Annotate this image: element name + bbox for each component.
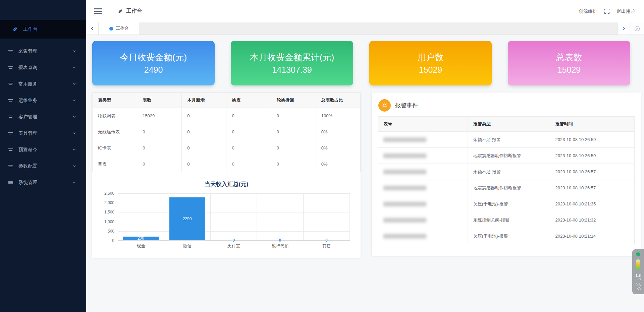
meter-type-table: 表类型表数本月新增换表轮换拆回总表数占比 物联网表 15029 0 0 0 10… [92,92,361,172]
sidebar-menu-item[interactable]: 运维业务 [0,92,86,109]
menu-lines-icon [8,82,13,86]
meter-table-header-row: 表类型表数本月新增换表轮换拆回总表数占比 [93,93,361,108]
alarm-table-row: 地震震感器动作切断报警 2023-10-08 10:26:57 [378,180,635,196]
y-axis-tick: 2,500 [96,191,114,196]
fullscreen-icon[interactable] [604,8,610,14]
bar-slot: 0 [304,193,350,240]
sidebar-menu-item[interactable]: 系统管理 [0,174,86,191]
sidebar-item-label: 工作台 [23,26,38,33]
chevron-down-icon [72,131,76,135]
percent-cell: 0% [316,124,360,140]
sidebar-menu-item[interactable]: 参数配置 [0,158,86,174]
logout-button[interactable]: 退出用户 [616,8,635,14]
meter-table-header-cell: 轮换拆回 [271,93,316,108]
menu-lines-icon [8,148,13,151]
page-title: 工作台 [118,8,142,15]
meter-table-row: 普表 0 0 0 0 0% [93,156,361,172]
alarm-table-row: 余额不足-报警 2023-10-08 10:26:57 [378,164,635,180]
sidebar-item-label: 参数配置 [18,163,72,169]
close-tabs-icon[interactable] [630,22,644,35]
hamburger-menu-icon[interactable] [94,8,102,14]
upload-speed-value: 1.8 [636,273,641,277]
stat-card[interactable]: 今日收费金额(元) 2490 [92,41,215,85]
sidebar-menu-item[interactable]: 客户管理 [0,109,86,125]
sidebar-menu-item[interactable]: 表具管理 [0,125,86,141]
alarm-siren-icon [378,99,391,112]
upload-speed-unit: ↑K/s [635,277,641,281]
menu-lines-icon [8,181,13,184]
x-axis-label: 微信 [164,243,210,249]
meter-table-row: 无线远传表 0 0 0 0 0% [93,124,361,140]
meter-number-cell [378,212,468,228]
stat-cards-row: 今日收费金额(元) 2490 本月收费金额累计(元) 141307.39 用户数… [92,41,630,85]
maintainer-link[interactable]: 创源维护 [579,8,597,14]
month-new-cell: 0 [182,140,226,156]
network-speed-widget[interactable]: 1.8 ↑K/s 0.6 ↓K/s [632,249,644,294]
x-axis-label: 支付宝 [211,243,257,249]
rotate-remove-cell: 0 [271,108,316,124]
sidebar-menu-item[interactable]: 采集管理 [0,43,86,59]
meter-number-cell [378,196,468,212]
meter-number-redacted [383,218,426,223]
tab-scroll-left-button[interactable] [86,22,99,35]
stat-card-value: 15029 [419,65,442,75]
stat-card[interactable]: 本月收费金额累计(元) 141307.39 [231,41,353,85]
sidebar-item-label: 预置命令 [18,147,72,153]
month-new-cell: 0 [182,108,226,124]
menu-lines-icon [8,164,13,168]
alarm-type-cell: 欠压(干电池)-报警 [468,228,550,244]
stat-card[interactable]: 用户数 15029 [369,41,492,85]
status-dot-icon [636,252,640,256]
chevron-down-icon [72,99,76,102]
sidebar-menu-item[interactable]: 报表查询 [0,59,86,76]
alarm-table-row: 系统控制关阀-报警 2023-10-08 10:21:32 [378,212,635,228]
meter-count-cell: 0 [137,156,182,172]
leaf-icon [118,9,123,14]
meter-number-redacted [383,170,426,174]
chevron-down-icon [72,181,76,184]
month-new-cell: 0 [182,156,226,172]
meter-number-cell [378,164,468,180]
sidebar-item-label: 常用服务 [18,81,72,87]
alarm-table-header-cell: 报警类型 [468,117,550,132]
stat-card-label: 本月收费金额累计(元) [250,52,334,63]
sidebar-menu-item[interactable]: 常用服务 [0,76,86,92]
stat-card[interactable]: 总表数 15029 [508,41,630,85]
bar-value-label: 200 [138,236,144,240]
bar-value-label: 0 [211,238,257,243]
menu-lines-icon [8,49,13,53]
rotate-remove-cell: 0 [271,156,316,172]
meter-number-redacted [383,186,426,190]
bar: 2290 [169,197,205,240]
tab-scroll-right-button[interactable] [618,22,630,35]
meter-table-row: IC卡表 0 0 0 0 0% [93,140,361,156]
sidebar-item-workbench-active[interactable]: 工作台 [0,20,86,39]
alarm-table-row: 欠压(干电池)-报警 2023-10-08 10:21:14 [378,228,635,244]
meter-number-redacted [383,137,426,142]
main-area: 工作台 创源维护 退出用户 工作台 [86,0,644,312]
alarm-table-header-cell: 报警时间 [550,117,634,132]
alarm-type-cell: 地震震感器动作切断报警 [468,180,550,196]
swap-cell: 0 [226,140,271,156]
alarm-time-cell: 2023-10-08 10:26:59 [550,132,634,148]
chart-title: 当天收入汇总(元) [92,180,361,188]
alarm-time-cell: 2023-10-08 10:21:14 [550,228,634,244]
sidebar-item-label: 客户管理 [18,114,72,120]
speed-gauge-icon [636,259,640,270]
swap-cell: 0 [226,156,271,172]
stat-card-value: 141307.39 [272,65,312,75]
alarm-table-row: 余额不足-报警 2023-10-08 10:26:59 [378,132,635,148]
bar-slot: 200 [118,193,164,240]
alarm-panel-title: 报警事件 [395,102,418,109]
rotate-remove-cell: 0 [271,140,316,156]
alarm-time-cell: 2023-10-08 10:26:59 [550,148,634,164]
sidebar-item-label: 报表查询 [18,65,72,71]
swap-cell: 0 [226,108,271,124]
sidebar-menu-item[interactable]: 预置命令 [0,141,86,158]
menu-lines-icon [8,115,13,119]
alarm-table-header-row: 表号报警类型报警时间 [378,117,635,132]
meter-count-cell: 15029 [137,108,182,124]
page-title-text: 工作台 [126,8,142,15]
tab-workbench[interactable]: 工作台 [99,22,139,35]
chevron-down-icon [72,115,76,119]
